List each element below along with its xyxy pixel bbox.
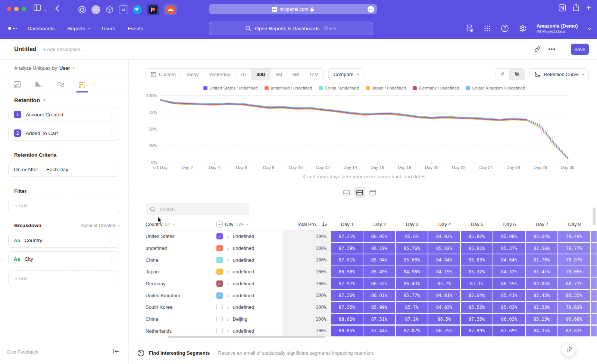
country-cell[interactable]: Netherlands [146,328,216,334]
window-minimize-button[interactable] [14,7,19,11]
retention-value-cell[interactable]: 82.04% [526,231,557,242]
percentage-toggle[interactable]: % [510,69,525,80]
reader-options-icon[interactable]: … [368,6,374,13]
retention-value-cell[interactable]: 87.1% [461,278,493,289]
retention-value-cell[interactable]: 86.43% [396,278,428,289]
expand-row-icon[interactable]: › [227,294,229,297]
city-column-header[interactable]: – City 176 [216,221,282,228]
retention-value-cell[interactable]: 84.32% [493,266,525,277]
m-avatar-icon[interactable]: m [91,5,100,14]
step-card-added-to-cart[interactable]: 2 Added To Cart ⋮ [8,126,120,141]
table-search[interactable] [146,203,249,215]
retention-value-cell[interactable]: 83.05% [526,278,557,289]
retention-value-cell[interactable]: 85.37% [493,243,525,254]
give-feedback-link[interactable]: Give Feedback [7,349,38,355]
add-description[interactable]: + Add description... [43,47,84,52]
breakdown-event-selector[interactable]: Account Created [81,223,119,228]
legend-item[interactable]: undefined / undefined [265,86,312,90]
retention-value-cell[interactable]: 85.77% [396,290,428,301]
legend-item[interactable]: Germany / undefined [413,86,459,90]
retention-value-cell[interactable]: 84.83% [428,302,460,313]
data-management-icon[interactable] [466,24,474,32]
layout-table-only-icon[interactable] [367,187,378,198]
country-cell[interactable]: United Kingdom [146,293,216,298]
retention-value-cell[interactable]: 85.94% [363,254,395,266]
range-3m[interactable]: 3M [271,69,287,80]
retention-value-cell[interactable]: 88.62% [331,314,363,325]
window-close-button[interactable] [7,7,11,11]
retention-value-cell[interactable]: 80.68% [558,314,590,325]
retention-value-cell[interactable]: 79.49% [558,231,590,242]
chart-type-button[interactable]: Retention Curve [529,68,589,80]
retention-value-cell[interactable]: 82.61% [558,326,590,337]
country-cell[interactable]: Germany [146,281,216,286]
day-column-header[interactable]: Day 6 [493,222,526,227]
country-cell[interactable]: undefined [146,245,216,251]
retention-value-cell[interactable]: 87.51% [363,314,395,325]
step-card-account-created[interactable]: 1 Account Created ⋮ [8,107,120,122]
new-tab-icon[interactable]: + [586,4,591,11]
retention-value-cell[interactable]: 84.81% [428,290,460,301]
retention-value-cell[interactable]: 86.58% [331,266,363,277]
retention-value-cell[interactable]: 87.21% [331,231,363,242]
table-search-input[interactable] [159,207,234,212]
retention-value-cell[interactable]: 83.13% [526,314,557,325]
project-switcher[interactable]: Amazonia {Demo} All Project Data [537,23,578,34]
kebab-menu-icon[interactable]: ⋮ [109,257,115,261]
retention-value-cell[interactable]: 85.91% [461,243,493,254]
retention-value-cell[interactable]: 87.35% [461,314,493,325]
retention-value-cell[interactable]: 86.5% [428,314,460,325]
retention-value-cell[interactable]: 85.66% [396,254,428,266]
retention-value-cell[interactable]: 84.96% [396,266,428,277]
retention-value-cell[interactable]: 85.7% [396,302,428,313]
patreon-icon[interactable] [149,6,157,14]
day-column-header[interactable]: Day 3 [396,222,428,227]
retention-value-cell[interactable]: 87.07% [396,326,428,337]
criteria-on-or-after[interactable]: On or After [14,167,38,172]
vertical-scrollbar-thumb[interactable] [593,207,596,225]
city-name[interactable]: undefined [233,269,254,274]
retention-value-cell[interactable]: 85.32% [461,266,493,277]
mixpanel-logo[interactable] [8,27,17,30]
series-line[interactable] [160,100,527,119]
legend-item[interactable]: United Kingdom / undefined [466,86,525,90]
retention-value-cell[interactable]: 80.71% [558,278,590,289]
criteria-card[interactable]: On or After Each Day [8,162,120,177]
retention-value-cell[interactable]: 87.35% [331,302,363,313]
city-name[interactable]: undefined [233,281,254,286]
cube-icon[interactable] [105,5,114,14]
expand-row-icon[interactable]: › [227,317,229,321]
retention-value-cell[interactable]: 85.6% [396,231,428,242]
retention-value-cell[interactable]: 85.7% [428,278,460,289]
global-search[interactable]: Open Reports & Dashboards ⌘ + K [209,22,373,35]
retention-value-cell[interactable]: 87.97% [331,278,363,289]
retention-value-cell[interactable]: 84.35% [526,326,557,337]
total-column-header[interactable]: Total Pro... [282,222,331,227]
retention-value-cell[interactable]: 86.01% [363,290,395,301]
retention-value-cell[interactable]: 81.76% [526,254,557,266]
filter-add-button[interactable]: + Add [8,198,120,213]
retention-curve-chart[interactable]: 0%25%50%75%100%< 1 DayDay 2Day 4Day 6Day… [138,92,590,174]
retention-value-cell[interactable]: 85.76% [396,243,428,254]
segments-title[interactable]: Find Interesting Segments [149,350,210,356]
retention-value-cell[interactable]: 85.41% [493,290,525,301]
retention-value-cell[interactable]: 84.92% [428,231,460,242]
layout-chart-only-icon[interactable] [341,187,352,198]
save-button[interactable]: Save [571,44,589,55]
copy-link-icon[interactable] [534,46,541,53]
layout-split-icon[interactable] [354,187,365,198]
window-zoom-button[interactable] [22,7,26,11]
city-name[interactable]: undefined [233,293,254,298]
bird-icon[interactable] [133,5,142,14]
legend-item[interactable]: United States / undefined [203,86,258,90]
retention-value-cell[interactable]: 79.62% [558,302,590,313]
retention-value-cell[interactable]: 85.99% [363,302,395,313]
share-link-floating-button[interactable] [562,342,576,357]
legend-item[interactable]: Japan / undefined [366,86,406,90]
retention-value-cell[interactable]: 85.83% [461,254,493,266]
retention-value-cell[interactable]: 85.64% [461,290,493,301]
retention-value-cell[interactable]: 84.64% [493,254,525,266]
series-checkbox[interactable]: ✓ [216,233,223,239]
kebab-menu-icon[interactable]: ⋮ [109,113,115,116]
day-column-header[interactable]: Day 4 [428,222,461,227]
